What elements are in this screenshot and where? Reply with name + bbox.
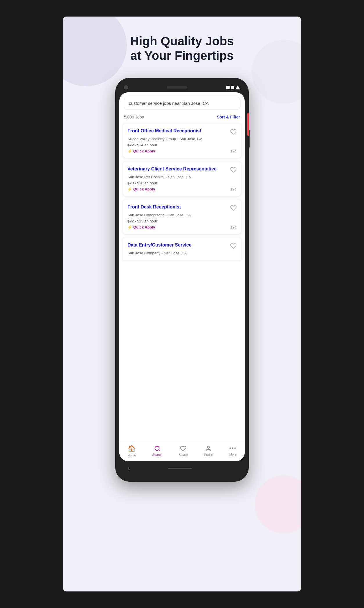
bg-circle-1 [63,17,127,86]
phone-bottom-bar: ‹ [119,461,245,473]
jobs-list: Front Office Medical Receptionist Silico… [119,123,245,234]
job-card-1-header: Front Office Medical Receptionist [127,128,237,135]
job-title-3: Front Desk Receptionist [127,204,181,210]
save-job-4-icon[interactable] [230,243,237,249]
nav-item-more[interactable]: ••• More [229,445,237,456]
job-card-1[interactable]: Front Office Medical Receptionist Silico… [123,123,241,158]
job-footer-2: ⚡ Quick Apply 12d [127,187,237,191]
screen-content: customer service jobs near San Jose, CA … [119,92,245,442]
phone-notch [119,84,245,92]
svg-line-1 [158,450,160,451]
job-company-3: San Jose Chiropractic - San Jose, CA [127,213,237,217]
job-card-3[interactable]: Front Desk Receptionist San Jose Chiropr… [123,199,241,234]
job-footer-1: ⚡ Quick Apply 12d [127,149,237,153]
bolt-icon-2: ⚡ [127,187,132,191]
search-bar-container: customer service jobs near San Jose, CA [119,92,245,112]
page-headline: High Quality Jobs at Your Fingertips [130,34,234,63]
nav-label-more: More [229,453,237,456]
job-title-1: Front Office Medical Receptionist [127,128,201,134]
more-icon: ••• [229,445,237,451]
phone-status [226,85,240,89]
search-icon [154,445,161,452]
quick-apply-label-3: Quick Apply [133,225,155,229]
jobs-header: 5,000 Jobs Sort & Filter [119,112,245,123]
job-title-4: Data Entry/Customer Service [127,242,192,248]
headline-line1: High Quality Jobs [130,34,234,48]
nav-label-profile: Profile [204,453,213,456]
nav-label-saved: Saved [179,453,188,456]
quick-apply-2[interactable]: ⚡ Quick Apply [127,187,155,191]
phone-mockup: customer service jobs near San Jose, CA … [115,78,249,482]
bottom-nav: 🏠 Home Search Saved [119,442,245,461]
jobs-count: 5,000 Jobs [124,115,144,119]
sort-filter-button[interactable]: Sort & Filter [217,115,240,119]
profile-icon [205,445,212,452]
status-icon-1 [226,86,230,89]
job-salary-2: $20 - $28 an hour [127,181,237,185]
saved-icon [180,445,186,452]
job-salary-1: $22 - $24 an hour [127,143,237,147]
nav-label-home: Home [127,454,136,457]
quick-apply-1[interactable]: ⚡ Quick Apply [127,149,155,153]
job-card-2[interactable]: Veterinary Client Service Representative… [123,161,241,196]
bolt-icon-3: ⚡ [127,225,132,229]
job-salary-3: $22 - $25 an hour [127,219,237,223]
back-arrow-icon[interactable]: ‹ [128,465,130,472]
quick-apply-label-1: Quick Apply [133,149,155,153]
search-bar[interactable]: customer service jobs near San Jose, CA [124,97,240,109]
save-job-1-icon[interactable] [230,129,237,135]
job-card-2-header: Veterinary Client Service Representative [127,166,237,173]
phone-camera [124,85,128,89]
headline-line2: at Your Fingertips [130,49,233,62]
bolt-icon-1: ⚡ [127,149,132,153]
job-company-1: Silicon Valley Podiatry Group - San Jose… [127,137,237,141]
home-icon: 🏠 [128,445,136,452]
job-company-4: San Jose Company - San Jose, CA [127,251,237,255]
job-age-3: 12d [230,225,237,229]
job-title-2: Veterinary Client Service Representative [127,166,217,172]
quick-apply-3[interactable]: ⚡ Quick Apply [127,225,155,229]
nav-item-saved[interactable]: Saved [179,445,188,456]
job-age-1: 12d [230,149,237,153]
status-icon-2 [231,86,234,89]
nav-item-home[interactable]: 🏠 Home [127,445,136,457]
svg-point-2 [208,446,210,448]
phone-side-button [249,130,250,147]
job-card-4-partial[interactable]: Data Entry/Customer Service San Jose Com… [123,238,241,260]
job-footer-3: ⚡ Quick Apply 12d [127,225,237,229]
quick-apply-label-2: Quick Apply [133,187,155,191]
phone-speaker [167,86,187,89]
save-job-2-icon[interactable] [230,167,237,173]
status-signal [235,85,240,89]
job-card-3-header: Front Desk Receptionist [127,204,237,211]
bg-circle-2 [252,40,301,104]
phone-screen: customer service jobs near San Jose, CA … [119,92,245,461]
page-wrapper: High Quality Jobs at Your Fingertips cus… [63,17,301,591]
job-card-4-header: Data Entry/Customer Service [127,242,237,249]
job-company-2: San Jose Pet Hospital - San Jose, CA [127,175,237,179]
svg-point-0 [155,446,159,451]
bg-circle-3 [255,475,301,533]
nav-item-search[interactable]: Search [152,445,162,456]
nav-item-profile[interactable]: Profile [204,445,213,456]
home-bar [168,468,192,469]
save-job-3-icon[interactable] [230,205,237,211]
job-age-2: 12d [230,187,237,191]
nav-label-search: Search [152,453,162,456]
